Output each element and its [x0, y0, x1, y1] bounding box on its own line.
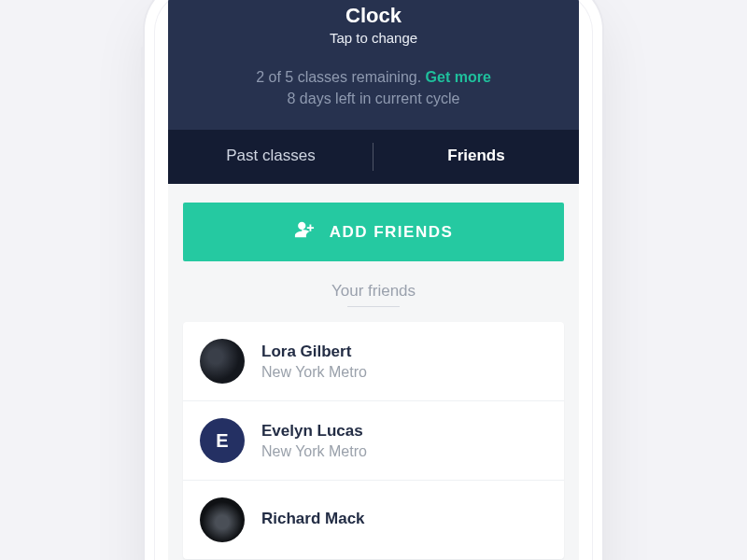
phone-side-button — [141, 168, 145, 224]
list-item[interactable]: E Evelyn Lucas New York Metro — [183, 401, 564, 481]
tab-past-classes[interactable]: Past classes — [168, 130, 374, 184]
friend-name: Evelyn Lucas — [261, 422, 367, 441]
content: ADD FRIENDS Your friends Lora Gilbert Ne… — [168, 184, 579, 559]
phone-frame: Clock Tap to change 2 of 5 classes remai… — [145, 0, 602, 560]
list-item[interactable]: Richard Mack — [183, 481, 564, 559]
friend-name: Richard Mack — [261, 510, 365, 528]
friend-location: New York Metro — [261, 364, 367, 381]
header-title: Clock — [185, 4, 562, 28]
section-title: Your friends — [183, 282, 564, 301]
friend-info: Evelyn Lucas New York Metro — [261, 422, 367, 460]
phone-side-button — [141, 103, 145, 159]
screen: Clock Tap to change 2 of 5 classes remai… — [168, 0, 579, 560]
list-item[interactable]: Lora Gilbert New York Metro — [183, 322, 564, 401]
add-user-icon — [294, 219, 315, 245]
tab-label: Past classes — [226, 147, 315, 164]
friend-location: New York Metro — [261, 443, 367, 460]
friend-name: Lora Gilbert — [261, 343, 367, 361]
tabs: Past classes Friends — [168, 130, 579, 184]
section-underline — [347, 306, 400, 307]
add-friends-label: ADD FRIENDS — [330, 223, 454, 242]
phone-side-button — [141, 47, 145, 78]
status-text: 2 of 5 classes remaining. — [256, 69, 425, 85]
friend-info: Lora Gilbert New York Metro — [261, 343, 367, 381]
status-block: 2 of 5 classes remaining. Get more 8 day… — [185, 66, 562, 109]
avatar: E — [200, 418, 245, 463]
add-friends-button[interactable]: ADD FRIENDS — [183, 203, 564, 261]
phone-side-button — [602, 93, 606, 159]
tab-friends[interactable]: Friends — [374, 130, 579, 184]
avatar — [200, 339, 245, 384]
header[interactable]: Clock Tap to change 2 of 5 classes remai… — [168, 0, 579, 130]
status-cycle: 8 days left in current cycle — [288, 91, 460, 106]
get-more-link[interactable]: Get more — [426, 69, 491, 85]
header-subtitle: Tap to change — [185, 30, 562, 46]
friend-info: Richard Mack — [261, 510, 365, 531]
tab-label: Friends — [447, 147, 504, 164]
friends-list: Lora Gilbert New York Metro E Evelyn Luc… — [183, 322, 564, 559]
avatar — [200, 497, 245, 542]
